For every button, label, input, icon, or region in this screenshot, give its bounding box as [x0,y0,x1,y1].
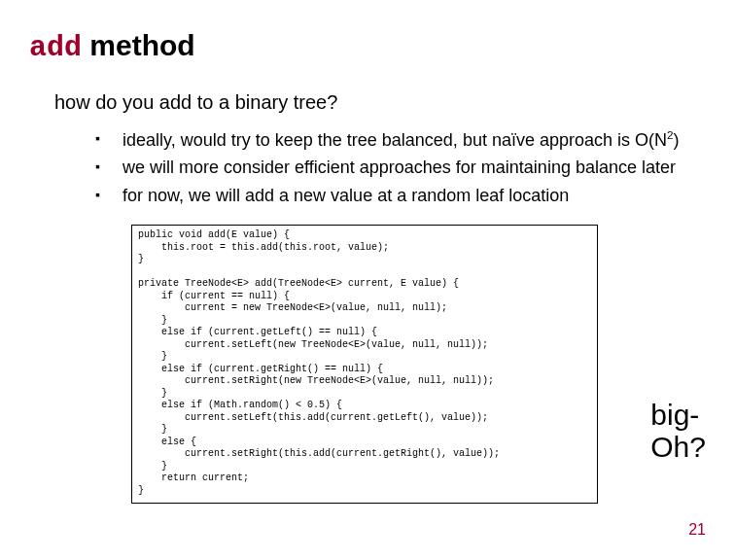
slide-content: add method how do you add to a binary tr… [0,0,735,207]
bigoh-line2: Oh? [650,431,706,463]
slide-title: add method [29,29,706,64]
bullet-item-1: ideally, would try to keep the tree bala… [95,127,698,152]
bigoh-line1: big- [650,399,699,431]
bullet-item-2: we will more consider efficient approach… [95,156,698,179]
code-block: public void add(E value) { this.root = t… [131,225,598,504]
bullet-item-3: for now, we will add a new value at a ra… [95,184,698,207]
bullet-1-pre: ideally, would try to keep the tree bala… [122,130,667,150]
title-code-word: add [29,31,82,64]
title-rest: method [82,29,195,61]
bigoh-label: big- Oh? [650,399,706,463]
bullet-1-post: ) [674,130,680,150]
page-number: 21 [688,521,706,539]
bullet-list: ideally, would try to keep the tree bala… [95,127,698,207]
slide-subtitle: how do you add to a binary tree? [54,91,706,114]
